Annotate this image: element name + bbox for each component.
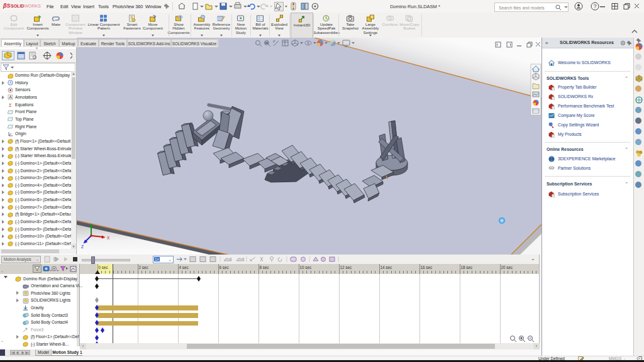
svg-text:Z: Z bbox=[81, 244, 84, 249]
svg-text:?: ? bbox=[594, 3, 597, 9]
svg-text:Σ: Σ bbox=[9, 102, 12, 108]
svg-text:X: X bbox=[107, 236, 110, 240]
svg-text:+: + bbox=[57, 268, 59, 272]
svg-text:A: A bbox=[9, 95, 12, 99]
